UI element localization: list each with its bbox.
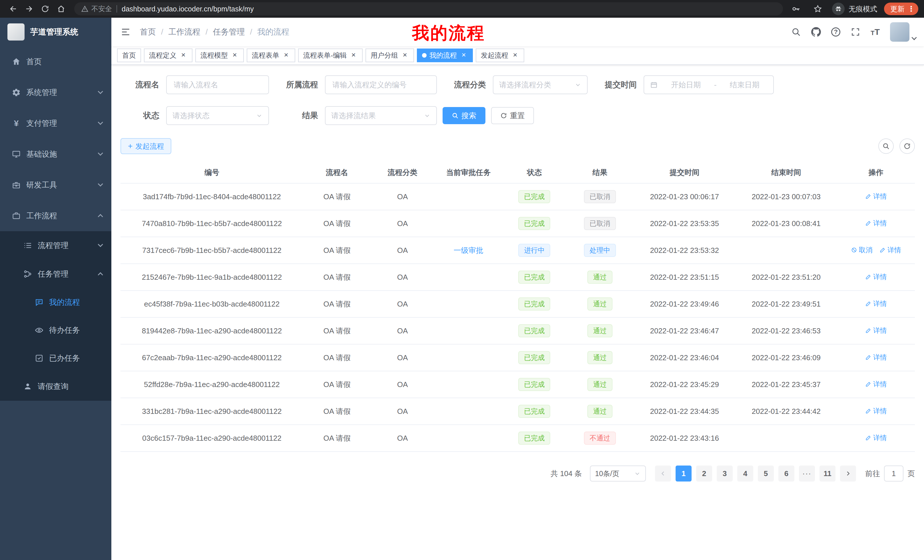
page-button[interactable]: 6 xyxy=(778,466,794,482)
close-icon[interactable]: × xyxy=(401,51,409,59)
sidebar-item-leave-query[interactable]: 请假查询 xyxy=(0,372,111,401)
detail-link[interactable]: 详情 xyxy=(865,272,887,281)
cell-status: 已完成 xyxy=(502,183,566,210)
password-key-button[interactable] xyxy=(789,1,804,16)
font-size-button[interactable]: TT xyxy=(871,28,880,36)
chevron-down-icon xyxy=(98,151,103,156)
security-status[interactable]: 不安全 xyxy=(81,4,112,13)
cell-status: 已完成 xyxy=(502,398,566,425)
refresh-table-button[interactable] xyxy=(900,138,915,154)
browser-forward-button[interactable] xyxy=(22,1,36,16)
sidebar-item-payment[interactable]: ¥支付管理 xyxy=(0,108,111,139)
start-process-button[interactable]: + 发起流程 xyxy=(120,138,171,154)
list-icon xyxy=(23,241,33,250)
address-bar[interactable]: 不安全 dashboard.yudao.iocoder.cn/bpm/task/… xyxy=(74,2,783,15)
current-task-link[interactable]: 一级审批 xyxy=(454,246,483,255)
annotation-title: 我的流程 xyxy=(412,22,485,45)
page-button[interactable]: 3 xyxy=(717,466,733,482)
page-button[interactable]: 1 xyxy=(676,466,692,482)
detail-link[interactable]: 详情 xyxy=(865,353,887,362)
page-size-select[interactable]: 10条/页 xyxy=(590,466,646,482)
browser-back-button[interactable] xyxy=(6,1,21,16)
sidebar-item-process-management[interactable]: 流程管理 xyxy=(0,231,111,260)
detail-link[interactable]: 详情 xyxy=(879,246,901,255)
sidebar-item-home[interactable]: 首页 xyxy=(0,46,111,77)
header-search-button[interactable] xyxy=(791,27,801,37)
fullscreen-button[interactable] xyxy=(850,27,860,37)
result-select[interactable]: 请选择流结果 xyxy=(325,106,437,125)
status-select[interactable]: 请选择状态 xyxy=(166,106,269,125)
tab-my-process[interactable]: 我的流程× xyxy=(417,48,473,62)
close-icon[interactable]: × xyxy=(282,51,290,59)
close-icon[interactable]: × xyxy=(511,51,519,59)
cell-result: 已取消 xyxy=(566,210,634,237)
cell-category: OA xyxy=(370,371,434,398)
process-definition-input[interactable] xyxy=(325,75,437,94)
detail-link[interactable]: 详情 xyxy=(865,326,887,335)
app-logo[interactable]: 芋道管理系统 xyxy=(0,18,111,46)
detail-link[interactable]: 详情 xyxy=(865,380,887,389)
detail-link[interactable]: 详情 xyxy=(865,433,887,442)
filter-submit-time: 提交时间 开始日期 - 结束日期 xyxy=(598,75,774,94)
breadcrumb-item[interactable]: 任务管理 xyxy=(213,27,245,37)
page-button[interactable]: 4 xyxy=(737,466,753,482)
profile-chip[interactable]: 无痕模式 xyxy=(832,3,877,15)
sidebar-item-dev-tools[interactable]: 研发工具 xyxy=(0,169,111,201)
browser-reload-button[interactable] xyxy=(38,1,52,16)
tab-process-form[interactable]: 流程表单× xyxy=(247,48,295,62)
cell-actions: 详情 xyxy=(837,264,915,290)
cell-end-time xyxy=(735,425,837,452)
page-content: 流程名 所属流程 流程分类 请选择流程分类 xyxy=(111,65,924,560)
browser-home-button[interactable] xyxy=(54,1,69,16)
cell-submit-time: 2022-01-22 23:46:47 xyxy=(634,317,735,344)
bookmark-star-button[interactable] xyxy=(810,1,825,16)
sidebar-item-my-process[interactable]: 我的流程 xyxy=(0,288,111,316)
update-button[interactable]: 更新 ⋮ xyxy=(884,3,918,15)
browser-menu-icon[interactable]: ⋮ xyxy=(908,5,915,13)
page-button[interactable]: 5 xyxy=(758,466,774,482)
breadcrumb-item[interactable]: 首页 xyxy=(140,27,156,37)
sidebar-item-infrastructure[interactable]: 基础设施 xyxy=(0,139,111,169)
date-range-picker[interactable]: 开始日期 - 结束日期 xyxy=(644,75,774,94)
breadcrumb-item[interactable]: 工作流程 xyxy=(168,27,201,37)
tab-start-process[interactable]: 发起流程× xyxy=(476,48,524,62)
tab-process-definition[interactable]: 流程定义× xyxy=(144,48,192,62)
column-header-category: 流程分类 xyxy=(370,162,434,183)
reset-button[interactable]: 重置 xyxy=(491,107,534,124)
sidebar-item-done-tasks[interactable]: 已办任务 xyxy=(0,344,111,372)
close-icon[interactable]: × xyxy=(350,51,357,59)
close-icon[interactable]: × xyxy=(460,51,468,59)
update-label: 更新 xyxy=(890,4,904,14)
toggle-search-button[interactable] xyxy=(878,138,894,154)
more-pages-button[interactable]: ··· xyxy=(799,466,815,482)
detail-link[interactable]: 详情 xyxy=(865,299,887,308)
cancel-link[interactable]: 取消 xyxy=(851,246,873,255)
page-button[interactable]: 2 xyxy=(696,466,712,482)
help-button[interactable]: ? xyxy=(831,27,840,36)
tab-process-form-edit[interactable]: 流程表单-编辑× xyxy=(298,48,363,62)
detail-link[interactable]: 详情 xyxy=(865,406,887,416)
tab-process-model[interactable]: 流程模型× xyxy=(195,48,244,62)
cell-current-task xyxy=(434,398,502,425)
detail-link[interactable]: 详情 xyxy=(865,192,887,201)
process-name-input[interactable] xyxy=(166,75,269,94)
close-icon[interactable]: × xyxy=(179,51,188,59)
detail-link[interactable]: 详情 xyxy=(865,219,887,228)
category-select[interactable]: 请选择流程分类 xyxy=(493,75,588,94)
cell-name: OA 请假 xyxy=(303,264,370,290)
close-icon[interactable]: × xyxy=(231,51,239,59)
next-page-button[interactable] xyxy=(840,466,856,482)
goto-page-input[interactable] xyxy=(884,466,903,482)
hamburger-button[interactable] xyxy=(111,18,140,46)
sidebar-item-workflow[interactable]: 工作流程 xyxy=(0,201,111,231)
sidebar-item-task-management[interactable]: 任务管理 xyxy=(0,260,111,288)
user-menu[interactable] xyxy=(890,22,916,42)
tab-home[interactable]: 首页 xyxy=(117,48,141,62)
tab-user-group[interactable]: 用户分组× xyxy=(366,48,414,62)
sidebar-item-system[interactable]: 系统管理 xyxy=(0,77,111,108)
prev-page-button[interactable] xyxy=(655,466,671,482)
github-button[interactable] xyxy=(811,27,821,37)
page-button[interactable]: 11 xyxy=(819,466,836,482)
search-button[interactable]: 搜索 xyxy=(442,107,485,124)
sidebar-item-todo-tasks[interactable]: 待办任务 xyxy=(0,316,111,344)
